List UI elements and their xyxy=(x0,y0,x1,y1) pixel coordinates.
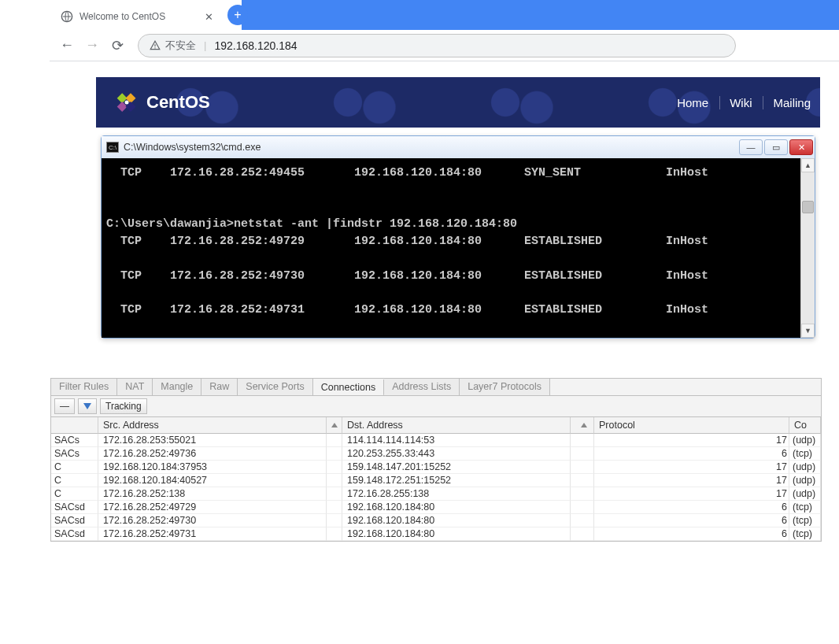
browser-tab[interactable]: Welcome to CentOS ✕ xyxy=(50,2,223,31)
gap[interactable] xyxy=(327,474,342,487)
col-src-sort[interactable] xyxy=(327,417,342,434)
cmd-icon: C:\ xyxy=(106,142,119,153)
window-minimize-button[interactable]: — xyxy=(739,139,763,155)
tab-mangle[interactable]: Mangle xyxy=(153,379,201,395)
gap[interactable] xyxy=(327,514,342,527)
tab-close-icon[interactable]: ✕ xyxy=(205,11,213,23)
window-close-button[interactable]: ✕ xyxy=(789,139,813,155)
conn-flag[interactable]: SACs xyxy=(51,447,98,461)
centos-nav: Home Wiki Mailing xyxy=(667,96,820,109)
conn-proto-num[interactable]: 17 xyxy=(594,461,789,474)
tab-raw[interactable]: Raw xyxy=(201,379,238,395)
tab-nat[interactable]: NAT xyxy=(117,379,153,395)
gap[interactable] xyxy=(571,461,594,474)
scroll-up-icon[interactable]: ▲ xyxy=(801,158,815,172)
gap[interactable] xyxy=(327,434,342,447)
gap[interactable] xyxy=(571,527,594,541)
gap[interactable] xyxy=(327,487,342,501)
cmd-window: C:\ C:\Windows\system32\cmd.exe — ▭ ✕ TC… xyxy=(101,135,815,339)
gap[interactable] xyxy=(327,447,342,461)
tab-filter-rules[interactable]: Filter Rules xyxy=(51,379,117,395)
conn-src[interactable]: 172.16.28.252:138 xyxy=(98,487,327,501)
conn-flag[interactable]: SACs xyxy=(51,434,98,447)
cmd-scrollbar[interactable]: ▲ ▼ xyxy=(800,158,815,338)
gap[interactable] xyxy=(571,474,594,487)
nav-forward-icon: → xyxy=(81,35,103,57)
conn-dst[interactable]: 192.168.120.184:80 xyxy=(342,501,571,514)
conn-src[interactable]: 172.16.28.252:49736 xyxy=(98,447,327,461)
conn-proto-name[interactable]: (udp) xyxy=(789,474,821,487)
col-co[interactable]: Co xyxy=(789,417,821,434)
conn-src[interactable]: 192.168.120.184:37953 xyxy=(98,461,327,474)
conn-proto-num[interactable]: 17 xyxy=(594,434,789,447)
col-dst-sort[interactable] xyxy=(571,417,594,434)
conn-proto-name[interactable]: (tcp) xyxy=(789,501,821,514)
nav-mailing[interactable]: Mailing xyxy=(763,96,820,109)
nav-back-icon[interactable]: ← xyxy=(56,35,78,57)
nav-home[interactable]: Home xyxy=(667,96,718,109)
funnel-icon xyxy=(83,403,91,409)
conn-src[interactable]: 172.16.28.252:49730 xyxy=(98,514,327,527)
conn-proto-num[interactable]: 17 xyxy=(594,487,789,501)
window-maximize-button[interactable]: ▭ xyxy=(764,139,788,155)
scroll-thumb[interactable] xyxy=(802,201,814,213)
conn-src[interactable]: 172.16.28.252:49731 xyxy=(98,527,327,541)
tab-service-ports[interactable]: Service Ports xyxy=(238,379,312,395)
conn-proto-name[interactable]: (udp) xyxy=(789,434,821,447)
scroll-down-icon[interactable]: ▼ xyxy=(801,324,815,338)
gap[interactable] xyxy=(571,434,594,447)
tab-layer7-protocols[interactable]: Layer7 Protocols xyxy=(460,379,550,395)
conn-flag[interactable]: SACsd xyxy=(51,501,98,514)
col-flags[interactable] xyxy=(51,417,98,434)
conn-proto-num[interactable]: 6 xyxy=(594,514,789,527)
conn-flag[interactable]: SACsd xyxy=(51,527,98,541)
new-tab-button[interactable]: + xyxy=(227,5,248,25)
conn-dst[interactable]: 159.148.147.201:15252 xyxy=(342,461,571,474)
tracking-button[interactable]: Tracking xyxy=(100,398,147,414)
conn-dst[interactable]: 192.168.120.184:80 xyxy=(342,514,571,527)
conn-dst[interactable]: 172.16.28.255:138 xyxy=(342,487,571,501)
conn-src[interactable]: 172.16.28.252:49729 xyxy=(98,501,327,514)
conn-src[interactable]: 192.168.120.184:40527 xyxy=(98,474,327,487)
conn-proto-num[interactable]: 6 xyxy=(594,447,789,461)
nav-reload-icon[interactable]: ⟳ xyxy=(106,35,128,57)
conn-proto-num[interactable]: 6 xyxy=(594,527,789,541)
conn-flag[interactable]: C xyxy=(51,461,98,474)
gap[interactable] xyxy=(571,514,594,527)
sort-indicator-icon xyxy=(331,423,338,427)
conn-proto-num[interactable]: 6 xyxy=(594,501,789,514)
gap[interactable] xyxy=(571,447,594,461)
conn-proto-name[interactable]: (tcp) xyxy=(789,514,821,527)
conn-proto-name[interactable]: (udp) xyxy=(789,487,821,501)
conn-src[interactable]: 172.16.28.253:55021 xyxy=(98,434,327,447)
conn-dst[interactable]: 114.114.114.114:53 xyxy=(342,434,571,447)
cmd-body[interactable]: TCP 172.16.28.252:49455 192.168.120.184:… xyxy=(102,158,815,338)
gap[interactable] xyxy=(327,461,342,474)
tab-connections[interactable]: Connections xyxy=(313,379,385,396)
tab-address-lists[interactable]: Address Lists xyxy=(384,379,460,395)
gap[interactable] xyxy=(571,501,594,514)
address-bar[interactable]: 不安全 | 192.168.120.184 xyxy=(138,34,736,57)
conn-proto-name[interactable]: (udp) xyxy=(789,461,821,474)
gap[interactable] xyxy=(327,527,342,541)
conn-dst[interactable]: 120.253.255.33:443 xyxy=(342,447,571,461)
favicon-icon xyxy=(61,10,73,23)
col-src[interactable]: Src. Address xyxy=(98,417,327,434)
conn-proto-name[interactable]: (tcp) xyxy=(789,447,821,461)
conn-proto-name[interactable]: (tcp) xyxy=(789,527,821,541)
col-dst[interactable]: Dst. Address xyxy=(342,417,571,434)
nav-wiki[interactable]: Wiki xyxy=(719,96,761,109)
filter-button[interactable] xyxy=(78,398,97,414)
cmd-titlebar[interactable]: C:\ C:\Windows\system32\cmd.exe — ▭ ✕ xyxy=(102,136,815,158)
conn-flag[interactable]: SACsd xyxy=(51,514,98,527)
dropdown-button[interactable]: — xyxy=(54,398,75,414)
conn-proto-num[interactable]: 17 xyxy=(594,474,789,487)
gap[interactable] xyxy=(571,487,594,501)
conn-dst[interactable]: 159.148.172.251:15252 xyxy=(342,474,571,487)
conn-dst[interactable]: 192.168.120.184:80 xyxy=(342,527,571,541)
conn-flag[interactable]: C xyxy=(51,487,98,501)
conn-flag[interactable]: C xyxy=(51,474,98,487)
gap[interactable] xyxy=(327,501,342,514)
col-protocol[interactable]: Protocol xyxy=(594,417,789,434)
cmd-output: TCP 172.16.28.252:49455 192.168.120.184:… xyxy=(106,165,810,319)
